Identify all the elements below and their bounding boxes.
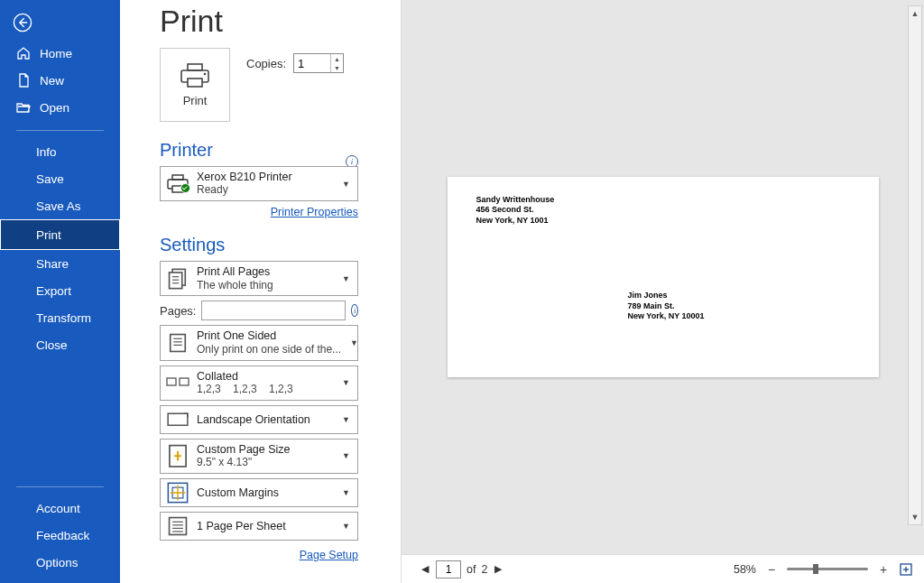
svg-rect-18 <box>180 378 189 385</box>
sidebar-item-export[interactable]: Export <box>0 277 120 304</box>
printer-icon <box>179 63 211 88</box>
svg-rect-13 <box>171 334 186 351</box>
print-button-label: Print <box>183 94 208 107</box>
combo-line1: Print One Sided <box>197 329 341 342</box>
orientation-selector[interactable]: Landscape Orientation ▼ <box>160 405 358 434</box>
sidebar-item-label: Account <box>36 502 80 515</box>
collate-selector[interactable]: Collated 1,2,3 1,2,3 1,2,3 ▼ <box>160 366 358 401</box>
svg-rect-17 <box>167 378 176 385</box>
preview-page: Sandy Writtenhouse 456 Second St. New Yo… <box>448 177 879 377</box>
combo-line2: The whole thing <box>197 280 333 292</box>
recipient-name: Jim Jones <box>628 291 705 301</box>
next-page-button[interactable]: ▶ <box>493 563 504 575</box>
page-size-icon <box>166 445 189 467</box>
sidebar-divider <box>16 130 104 131</box>
copies-up-icon[interactable]: ▲ <box>331 54 343 63</box>
home-icon <box>16 46 31 60</box>
preview-scrollbar[interactable]: ▲ ▼ <box>908 5 922 525</box>
pages-label: Pages: <box>160 304 196 318</box>
chevron-down-icon: ▼ <box>340 488 352 497</box>
svg-rect-19 <box>168 413 188 425</box>
sidebar-item-label: Save <box>36 172 64 186</box>
sidebar-item-close[interactable]: Close <box>0 331 120 358</box>
svg-rect-1 <box>188 64 202 70</box>
sidebar-item-info[interactable]: Info <box>0 138 120 165</box>
settings-heading: Settings <box>160 235 401 255</box>
page-number-input[interactable] <box>436 560 461 578</box>
sidebar-item-share[interactable]: Share <box>0 250 120 277</box>
sidebar-item-save[interactable]: Save <box>0 165 120 192</box>
recipient-address: Jim Jones 789 Main St. New York, NY 1000… <box>628 291 705 322</box>
print-settings-panel: Print Print Copies: ▲ ▼ <box>120 0 401 583</box>
zoom-slider[interactable] <box>787 568 868 570</box>
combo-line1: 1 Page Per Sheet <box>197 520 286 532</box>
svg-rect-3 <box>188 79 202 87</box>
new-doc-icon <box>16 73 31 88</box>
sidebar-item-label: Print <box>36 228 61 242</box>
margins-selector[interactable]: Custom Margins ▼ <box>160 478 358 507</box>
sidebar-item-label: Share <box>36 257 69 271</box>
margins-icon <box>166 482 189 504</box>
open-folder-icon <box>16 100 31 115</box>
recipient-city: New York, NY 10001 <box>628 311 705 322</box>
sidebar-item-account[interactable]: Account <box>0 495 120 522</box>
copies-stepper[interactable]: ▲ ▼ <box>293 53 344 73</box>
back-button[interactable] <box>9 9 36 36</box>
page-title: Print <box>160 4 401 39</box>
copies-input[interactable] <box>294 54 330 72</box>
sidebar-item-feedback[interactable]: Feedback <box>0 522 120 549</box>
chevron-down-icon: ▼ <box>348 338 360 347</box>
sidebar-item-label: Save As <box>36 199 81 213</box>
print-what-selector[interactable]: Print All Pages The whole thing ▼ <box>160 261 358 296</box>
printer-heading: Printer <box>160 140 213 161</box>
pages-per-sheet-selector[interactable]: 1 Page Per Sheet ▼ <box>160 512 358 541</box>
fit-page-icon <box>899 562 913 577</box>
prev-page-button[interactable]: ◀ <box>420 563 430 575</box>
collated-icon <box>166 372 189 393</box>
fit-to-page-button[interactable] <box>899 562 913 577</box>
print-button[interactable]: Print <box>160 48 230 122</box>
scroll-up-icon[interactable]: ▲ <box>911 7 919 20</box>
pages-info-icon[interactable]: i <box>351 304 358 317</box>
print-preview-pane: Sandy Writtenhouse 456 Second St. New Yo… <box>401 0 924 583</box>
printer-properties-link[interactable]: Printer Properties <box>271 206 358 218</box>
sidebar-item-transform[interactable]: Transform <box>0 304 120 331</box>
chevron-down-icon: ▼ <box>340 180 352 189</box>
sides-selector[interactable]: Print One Sided Only print on one side o… <box>160 325 358 360</box>
sender-street: 456 Second St. <box>476 205 555 215</box>
sidebar-item-new[interactable]: New <box>0 67 120 94</box>
zoom-in-button[interactable]: + <box>875 561 892 578</box>
status-ok-icon <box>180 183 190 193</box>
sidebar-item-home[interactable]: Home <box>0 40 120 67</box>
page-size-selector[interactable]: Custom Page Size 9.5" x 4.13" ▼ <box>160 439 358 474</box>
sidebar-item-label: Feedback <box>36 529 89 542</box>
one-sided-icon <box>166 332 189 354</box>
combo-line1: Print All Pages <box>197 265 333 278</box>
svg-point-4 <box>204 72 207 75</box>
sidebar-item-print[interactable]: Print <box>0 219 120 250</box>
landscape-icon <box>166 409 189 430</box>
sidebar-item-save-as[interactable]: Save As <box>0 192 120 219</box>
sender-name: Sandy Writtenhouse <box>476 195 555 205</box>
page-setup-link[interactable]: Page Setup <box>300 549 358 561</box>
sidebar-item-label: Home <box>40 47 72 60</box>
chevron-down-icon: ▼ <box>340 415 352 424</box>
one-per-sheet-icon <box>166 515 189 537</box>
zoom-out-button[interactable]: − <box>763 561 780 578</box>
chevron-down-icon: ▼ <box>340 378 352 387</box>
printer-name: Xerox B210 Printer <box>197 171 333 183</box>
combo-line1: Custom Margins <box>197 486 279 499</box>
copies-label: Copies: <box>246 57 286 70</box>
printer-selector[interactable]: Xerox B210 Printer Ready ▼ <box>160 166 358 201</box>
copies-down-icon[interactable]: ▼ <box>331 63 343 72</box>
svg-rect-23 <box>170 517 187 534</box>
sidebar-item-options[interactable]: Options <box>0 549 120 576</box>
sidebar-item-label: Info <box>36 145 57 159</box>
sender-address: Sandy Writtenhouse 456 Second St. New Yo… <box>476 195 555 226</box>
combo-line1: Custom Page Size <box>197 443 333 456</box>
pages-input[interactable] <box>201 301 346 320</box>
combo-line2: 1,2,3 1,2,3 1,2,3 <box>197 384 333 396</box>
scroll-down-icon[interactable]: ▼ <box>911 511 919 523</box>
back-arrow-icon <box>13 13 32 32</box>
sidebar-item-open[interactable]: Open <box>0 94 120 121</box>
